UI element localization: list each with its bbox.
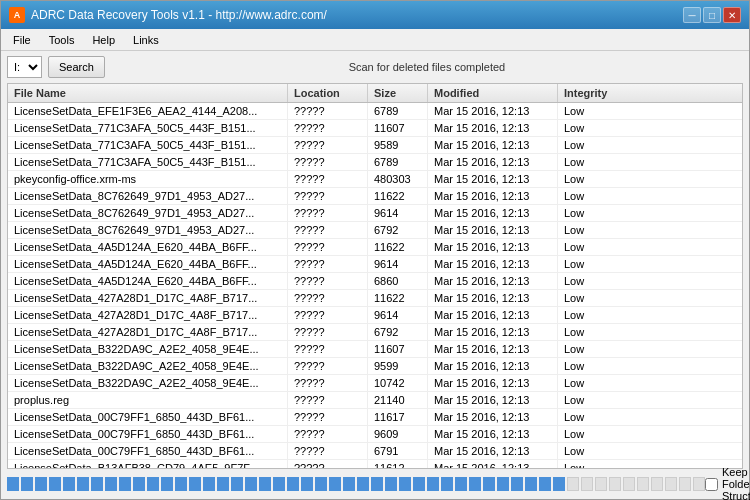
progress-block [567, 477, 579, 491]
progress-block [91, 477, 103, 491]
cell-location: ????? [288, 239, 368, 255]
progress-block [385, 477, 397, 491]
progress-block [203, 477, 215, 491]
col-header-modified[interactable]: Modified [428, 84, 558, 102]
cell-modified: Mar 15 2016, 12:13 [428, 307, 558, 323]
cell-modified: Mar 15 2016, 12:13 [428, 375, 558, 391]
cell-modified: Mar 15 2016, 12:13 [428, 392, 558, 408]
cell-location: ????? [288, 171, 368, 187]
table-row[interactable]: LicenseSetData_427A28D1_D17C_4A8F_B717..… [8, 324, 742, 341]
progress-block [329, 477, 341, 491]
table-row[interactable]: LicenseSetData_8C762649_97D1_4953_AD27..… [8, 222, 742, 239]
cell-name: LicenseSetData_427A28D1_D17C_4A8F_B717..… [8, 324, 288, 340]
bottom-bar: Keep Folder Structure Undelete Files [1, 469, 749, 499]
progress-block [651, 477, 663, 491]
bottom-right: Keep Folder Structure Undelete Files [705, 466, 750, 500]
cell-size: 9614 [368, 307, 428, 323]
cell-integrity: Low [558, 171, 618, 187]
cell-location: ????? [288, 409, 368, 425]
table-row[interactable]: LicenseSetData_4A5D124A_E620_44BA_B6FF..… [8, 273, 742, 290]
table-row[interactable]: LicenseSetData_8C762649_97D1_4953_AD27..… [8, 205, 742, 222]
cell-location: ????? [288, 426, 368, 442]
table-row[interactable]: LicenseSetData_8C762649_97D1_4953_AD27..… [8, 188, 742, 205]
cell-location: ????? [288, 341, 368, 357]
cell-integrity: Low [558, 290, 618, 306]
cell-integrity: Low [558, 103, 618, 119]
cell-location: ????? [288, 358, 368, 374]
progress-block [217, 477, 229, 491]
cell-modified: Mar 15 2016, 12:13 [428, 460, 558, 468]
progress-block [49, 477, 61, 491]
table-row[interactable]: LicenseSetData_4A5D124A_E620_44BA_B6FF..… [8, 256, 742, 273]
table-row[interactable]: LicenseSetData_00C79FF1_6850_443D_BF61..… [8, 426, 742, 443]
table-row[interactable]: proplus.reg?????21140Mar 15 2016, 12:13L… [8, 392, 742, 409]
cell-modified: Mar 15 2016, 12:13 [428, 256, 558, 272]
cell-location: ????? [288, 103, 368, 119]
cell-size: 11607 [368, 341, 428, 357]
cell-integrity: Low [558, 358, 618, 374]
table-row[interactable]: LicenseSetData_B322DA9C_A2E2_4058_9E4E..… [8, 358, 742, 375]
drive-select[interactable]: I: C: D: E: [7, 56, 42, 78]
progress-block [455, 477, 467, 491]
search-button[interactable]: Search [48, 56, 105, 78]
cell-integrity: Low [558, 409, 618, 425]
progress-block [371, 477, 383, 491]
cell-integrity: Low [558, 375, 618, 391]
progress-block [665, 477, 677, 491]
cell-size: 6789 [368, 154, 428, 170]
keep-folder-checkbox[interactable] [705, 478, 718, 491]
menu-tools[interactable]: Tools [41, 32, 83, 48]
minimize-button[interactable]: ─ [683, 7, 701, 23]
cell-name: LicenseSetData_4A5D124A_E620_44BA_B6FF..… [8, 273, 288, 289]
cell-location: ????? [288, 137, 368, 153]
table-row[interactable]: LicenseSetData_EFE1F3E6_AEA2_4144_A208..… [8, 103, 742, 120]
title-bar: A ADRC Data Recovery Tools v1.1 - http:/… [1, 1, 749, 29]
progress-block [147, 477, 159, 491]
table-row[interactable]: LicenseSetData_B13AFB38_CD79_4AE5_9F7F..… [8, 460, 742, 468]
cell-name: LicenseSetData_00C79FF1_6850_443D_BF61..… [8, 443, 288, 459]
progress-block [343, 477, 355, 491]
cell-integrity: Low [558, 256, 618, 272]
table-row[interactable]: LicenseSetData_B322DA9C_A2E2_4058_9E4E..… [8, 375, 742, 392]
progress-block [21, 477, 33, 491]
col-header-name[interactable]: File Name [8, 84, 288, 102]
cell-location: ????? [288, 443, 368, 459]
menu-file[interactable]: File [5, 32, 39, 48]
table-row[interactable]: LicenseSetData_4A5D124A_E620_44BA_B6FF..… [8, 239, 742, 256]
col-header-integrity[interactable]: Integrity [558, 84, 618, 102]
cell-size: 6789 [368, 103, 428, 119]
cell-size: 6860 [368, 273, 428, 289]
table-row[interactable]: LicenseSetData_771C3AFA_50C5_443F_B151..… [8, 137, 742, 154]
progress-block [175, 477, 187, 491]
col-header-location[interactable]: Location [288, 84, 368, 102]
progress-block [245, 477, 257, 491]
keep-folder-label[interactable]: Keep Folder Structure [705, 466, 750, 500]
close-button[interactable]: ✕ [723, 7, 741, 23]
col-header-size[interactable]: Size [368, 84, 428, 102]
menu-help[interactable]: Help [84, 32, 123, 48]
cell-name: LicenseSetData_4A5D124A_E620_44BA_B6FF..… [8, 256, 288, 272]
cell-location: ????? [288, 205, 368, 221]
table-row[interactable]: LicenseSetData_00C79FF1_6850_443D_BF61..… [8, 409, 742, 426]
keep-folder-text: Keep Folder Structure [722, 466, 750, 500]
maximize-button[interactable]: □ [703, 7, 721, 23]
cell-location: ????? [288, 324, 368, 340]
table-row[interactable]: pkeyconfig-office.xrm-ms?????480303Mar 1… [8, 171, 742, 188]
cell-modified: Mar 15 2016, 12:13 [428, 239, 558, 255]
cell-modified: Mar 15 2016, 12:13 [428, 341, 558, 357]
menu-links[interactable]: Links [125, 32, 167, 48]
table-row[interactable]: LicenseSetData_427A28D1_D17C_4A8F_B717..… [8, 307, 742, 324]
table-row[interactable]: LicenseSetData_00C79FF1_6850_443D_BF61..… [8, 443, 742, 460]
cell-integrity: Low [558, 188, 618, 204]
table-body[interactable]: LicenseSetData_EFE1F3E6_AEA2_4144_A208..… [8, 103, 742, 468]
table-row[interactable]: LicenseSetData_B322DA9C_A2E2_4058_9E4E..… [8, 341, 742, 358]
cell-name: LicenseSetData_B322DA9C_A2E2_4058_9E4E..… [8, 375, 288, 391]
table-row[interactable]: LicenseSetData_771C3AFA_50C5_443F_B151..… [8, 154, 742, 171]
progress-block [413, 477, 425, 491]
cell-location: ????? [288, 375, 368, 391]
cell-location: ????? [288, 256, 368, 272]
table-row[interactable]: LicenseSetData_771C3AFA_50C5_443F_B151..… [8, 120, 742, 137]
cell-size: 11622 [368, 188, 428, 204]
table-row[interactable]: LicenseSetData_427A28D1_D17C_4A8F_B717..… [8, 290, 742, 307]
progress-bar [7, 477, 705, 491]
